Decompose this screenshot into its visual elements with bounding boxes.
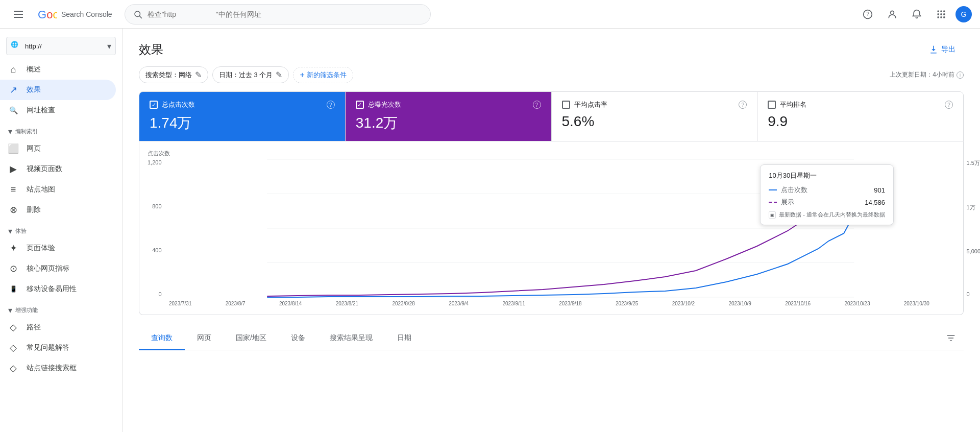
chart-area: 10月30日星期一 点击次数 901 展示 14,586 ▣ bbox=[166, 159, 955, 299]
apps-button[interactable] bbox=[931, 4, 951, 25]
sidebar-item-removals[interactable]: ⊗ 删除 bbox=[0, 200, 122, 220]
sidebar-item-faq[interactable]: ◇ 常见问题解答 bbox=[0, 338, 122, 358]
search-icon bbox=[133, 10, 142, 19]
y-right-tick-15k: 1.5万 bbox=[966, 159, 980, 167]
position-help-icon[interactable]: ? bbox=[945, 101, 953, 109]
ctr-checkbox[interactable] bbox=[562, 101, 570, 109]
position-label: 平均排名 bbox=[780, 100, 806, 109]
app-title: Search Console bbox=[61, 10, 112, 18]
sidebar-item-performance-label: 效果 bbox=[27, 85, 41, 94]
sidebar-item-faq-label: 常见问题解答 bbox=[27, 343, 69, 352]
tab-pages[interactable]: 网页 bbox=[185, 327, 224, 350]
sidebar-item-mobile[interactable]: 📱 移动设备易用性 bbox=[0, 279, 122, 299]
clicks-line bbox=[267, 214, 854, 297]
svg-rect-2 bbox=[14, 17, 23, 18]
faq-icon: ◇ bbox=[8, 343, 18, 353]
svg-line-5 bbox=[139, 16, 141, 18]
x-label-13: 2023/10/30 bbox=[904, 301, 929, 306]
y-tick-800: 800 bbox=[152, 203, 161, 209]
tooltip-note: ▣ 最新数据 - 通常会在几天内替换为最终数据 bbox=[769, 211, 885, 219]
sidebar-item-video[interactable]: ▶ 视频页面数 bbox=[0, 159, 122, 179]
page-title: 效果 bbox=[139, 41, 163, 58]
mobile-icon: 📱 bbox=[8, 284, 18, 294]
tab-countries[interactable]: 国家/地区 bbox=[224, 327, 279, 350]
impressions-checkbox[interactable] bbox=[356, 101, 364, 109]
tooltip-impressions-key: 展示 bbox=[781, 198, 861, 207]
sidebar-item-url-inspection[interactable]: 🔍 网址检查 bbox=[0, 100, 122, 121]
add-icon: + bbox=[300, 70, 304, 80]
filter-bar: 搜索类型：网络 ✎ 日期：过去 3 个月 ✎ + 新的筛选条件 上次更新日期：4… bbox=[139, 66, 964, 83]
position-value: 9.9 bbox=[768, 113, 953, 130]
svg-rect-9 bbox=[938, 10, 939, 12]
date-range-filter[interactable]: 日期：过去 3 个月 ✎ bbox=[212, 66, 289, 83]
property-selector[interactable]: 🌐 http:// ▾ bbox=[6, 37, 116, 55]
sidebar-item-sitemap-label: 站点地图 bbox=[27, 185, 55, 194]
chart-x-axis: 2023/7/31 2023/8/7 2023/8/14 2023/8/21 2… bbox=[148, 299, 929, 306]
avatar[interactable]: G bbox=[955, 6, 972, 22]
clicks-help-icon[interactable]: ? bbox=[327, 101, 335, 109]
sidebar-section-indexing[interactable]: ▾ 编制索引 bbox=[0, 121, 122, 138]
x-label-3: 2023/8/21 bbox=[336, 301, 359, 306]
page-header: 效果 导出 bbox=[139, 41, 964, 58]
tab-dates[interactable]: 日期 bbox=[385, 327, 424, 350]
y-right-tick-0: 0 bbox=[966, 291, 980, 297]
x-label-4: 2023/8/28 bbox=[392, 301, 415, 306]
clicks-checkbox[interactable] bbox=[150, 101, 158, 109]
impressions-help-icon[interactable]: ? bbox=[533, 101, 541, 109]
metric-card-clicks[interactable]: 总点击次数 ? 1.74万 bbox=[139, 92, 346, 141]
metric-card-position[interactable]: 平均排名 ? 9.9 bbox=[757, 92, 963, 141]
tabs: 查询数 网页 国家/地区 设备 搜索结果呈现 日期 bbox=[139, 327, 938, 350]
ctr-value: 5.6% bbox=[562, 113, 747, 130]
svg-rect-0 bbox=[14, 11, 23, 12]
date-range-edit-icon: ✎ bbox=[276, 70, 282, 80]
tab-devices[interactable]: 设备 bbox=[279, 327, 317, 350]
sidebar-section-enhancements[interactable]: ▾ 增强功能 bbox=[0, 299, 122, 317]
ctr-help-icon[interactable]: ? bbox=[739, 101, 747, 109]
y-tick-0: 0 bbox=[158, 291, 161, 297]
sidebar-section-experience[interactable]: ▾ 体验 bbox=[0, 220, 122, 238]
table-filter-button[interactable] bbox=[938, 329, 964, 348]
sidebar-item-sitemap[interactable]: ≡ 站点地图 bbox=[0, 179, 122, 200]
sidebar-item-page-exp[interactable]: ✦ 页面体验 bbox=[0, 238, 122, 258]
last-updated-text: 上次更新日期：4小时前 bbox=[890, 70, 954, 79]
x-label-6: 2023/9/11 bbox=[502, 301, 525, 306]
accounts-button[interactable] bbox=[882, 4, 902, 25]
sidebar-item-performance[interactable]: ↗ 效果 bbox=[0, 80, 116, 100]
help-button[interactable]: ? bbox=[857, 4, 878, 25]
x-label-8: 2023/9/25 bbox=[616, 301, 639, 306]
x-label-12: 2023/10/23 bbox=[844, 301, 870, 306]
sidebar-item-sitelinks[interactable]: ◇ 站点链接搜索框 bbox=[0, 358, 122, 378]
search-type-filter[interactable]: 搜索类型：网络 ✎ bbox=[139, 66, 208, 83]
tooltip-note-text: 最新数据 - 通常会在几天内替换为最终数据 bbox=[779, 211, 885, 219]
home-icon: ⌂ bbox=[8, 64, 18, 75]
metric-card-impressions[interactable]: 总曝光次数 ? 31.2万 bbox=[346, 92, 552, 141]
position-checkbox[interactable] bbox=[768, 101, 776, 109]
chart-y-axis-left: 1,200 800 400 0 bbox=[148, 159, 166, 297]
tab-queries[interactable]: 查询数 bbox=[139, 327, 185, 350]
x-label-2: 2023/8/14 bbox=[279, 301, 302, 306]
export-button[interactable]: 导出 bbox=[921, 41, 964, 58]
sidebar-item-overview[interactable]: ⌂ 概述 bbox=[0, 59, 122, 80]
x-label-0: 2023/7/31 bbox=[169, 301, 192, 306]
menu-button[interactable] bbox=[8, 4, 29, 25]
sidebar-item-web-label: 网页 bbox=[27, 144, 41, 153]
tab-search-appearance[interactable]: 搜索结果呈现 bbox=[317, 327, 385, 350]
search-input[interactable] bbox=[148, 10, 422, 18]
search-bar[interactable] bbox=[125, 4, 431, 25]
tooltip-cal-icon: ▣ bbox=[769, 211, 776, 219]
svg-rect-13 bbox=[940, 13, 942, 15]
sidebar-section-indexing-label: 编制索引 bbox=[15, 128, 38, 135]
notifications-button[interactable] bbox=[906, 4, 927, 25]
sidebar-item-cwv[interactable]: ⊙ 核心网页指标 bbox=[0, 258, 122, 279]
inspect-icon: 🔍 bbox=[8, 105, 18, 115]
property-icon: 🌐 bbox=[11, 41, 21, 51]
sidebar-item-breadcrumbs-label: 路径 bbox=[27, 323, 41, 332]
add-filter-button[interactable]: + 新的筛选条件 bbox=[293, 67, 353, 83]
sidebar-item-web[interactable]: ⬜ 网页 bbox=[0, 138, 122, 159]
metric-card-ctr[interactable]: 平均点击率 ? 5.6% bbox=[552, 92, 758, 141]
export-label: 导出 bbox=[941, 45, 955, 54]
svg-rect-10 bbox=[940, 10, 942, 12]
clicks-label: 总点击次数 bbox=[162, 100, 195, 109]
x-label-11: 2023/10/16 bbox=[785, 301, 811, 306]
sidebar-item-breadcrumbs[interactable]: ◇ 路径 bbox=[0, 317, 122, 338]
